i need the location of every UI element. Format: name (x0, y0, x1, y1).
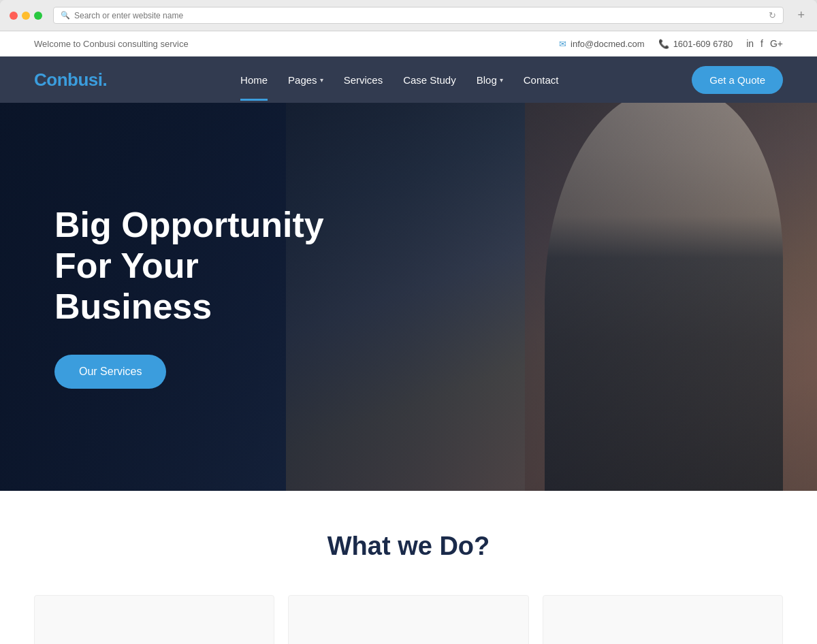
website-content: Welcome to Conbusi consulting service ✉ … (0, 31, 817, 644)
services-section-title: What we Do? (34, 532, 783, 561)
search-icon: 🔍 (61, 11, 70, 20)
hero-section: Big Opportunity For Your Business Our Se… (0, 103, 817, 491)
maximize-button[interactable] (34, 12, 42, 20)
reload-button[interactable]: ↻ (769, 10, 776, 20)
services-cards-grid (34, 595, 783, 644)
nav-item-case-study: Case Study (403, 59, 456, 101)
service-card-3 (543, 595, 783, 644)
nav-item-contact: Contact (524, 59, 559, 101)
browser-window: 🔍 ↻ + Welcome to Conbusi consulting serv… (0, 0, 817, 644)
googleplus-icon[interactable]: G+ (770, 38, 783, 49)
our-services-button[interactable]: Our Services (54, 355, 166, 389)
chevron-down-icon-blog: ▾ (500, 76, 503, 84)
nav-link-blog[interactable]: Blog ▾ (477, 59, 503, 101)
nav-menu: Home Pages ▾ Services Case Study (240, 59, 558, 101)
nav-item-pages: Pages ▾ (288, 59, 323, 101)
close-button[interactable] (10, 12, 18, 20)
new-tab-button[interactable]: + (795, 8, 807, 22)
nav-link-case-study[interactable]: Case Study (403, 59, 456, 101)
address-bar[interactable]: 🔍 ↻ (53, 7, 784, 24)
window-controls (10, 12, 42, 20)
topbar-welcome: Welcome to Conbusi consulting service (34, 39, 189, 49)
nav-link-services[interactable]: Services (344, 59, 383, 101)
get-quote-button[interactable]: Get a Quote (692, 66, 783, 94)
services-section: What we Do? (0, 491, 817, 644)
nav-link-home[interactable]: Home (240, 59, 268, 101)
nav-item-blog: Blog ▾ (477, 59, 503, 101)
topbar-email: ✉ info@docmed.com (559, 39, 645, 49)
navbar: Conbusi. Home Pages ▾ Services (0, 57, 817, 103)
nav-link-contact[interactable]: Contact (524, 59, 559, 101)
phone-icon: 📞 (658, 39, 669, 49)
chevron-down-icon: ▾ (320, 76, 323, 84)
hero-title: Big Opportunity For Your Business (54, 205, 354, 327)
service-card-1 (34, 595, 274, 644)
nav-item-services: Services (344, 59, 383, 101)
minimize-button[interactable] (22, 12, 30, 20)
nav-link-pages[interactable]: Pages ▾ (288, 59, 323, 101)
facebook-icon[interactable]: f (760, 38, 763, 49)
topbar-contacts: ✉ info@docmed.com 📞 1601-609 6780 in f G… (559, 38, 783, 49)
url-input[interactable] (74, 11, 765, 20)
hero-content: Big Opportunity For Your Business Our Se… (0, 205, 408, 388)
nav-item-home: Home (240, 59, 268, 101)
logo[interactable]: Conbusi. (34, 69, 107, 91)
topbar-phone: 📞 1601-609 6780 (658, 39, 733, 49)
browser-titlebar: 🔍 ↻ + (0, 0, 817, 31)
linkedin-icon[interactable]: in (746, 38, 754, 49)
email-icon: ✉ (559, 39, 566, 49)
social-links: in f G+ (746, 38, 783, 49)
topbar: Welcome to Conbusi consulting service ✉ … (0, 31, 817, 57)
service-card-2 (288, 595, 528, 644)
logo-dot: . (103, 69, 108, 90)
